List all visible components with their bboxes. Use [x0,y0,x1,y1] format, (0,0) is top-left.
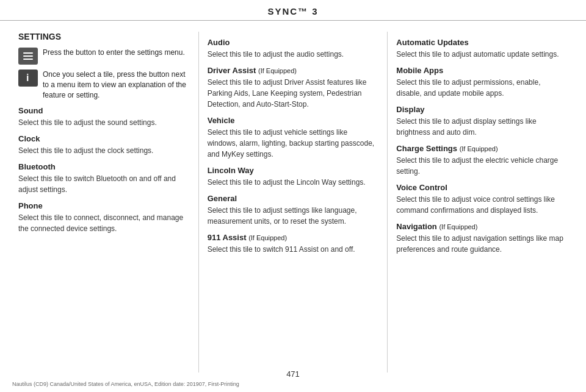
navigation-equipped: (If Equipped) [439,223,477,230]
section-audio-heading: Audio [208,38,379,47]
icon-row-settings: Press the button to enter the settings m… [18,48,190,65]
header-title: SYNC™ 3 [267,6,318,16]
svg-rect-2 [23,59,33,60]
section-voicecontrol-desc: Select this tile to adjust voice control… [396,194,568,216]
section-sound-desc: Select this tile to adjust the sound set… [18,117,190,128]
section-display-heading: Display [396,105,568,114]
svg-rect-0 [23,52,33,54]
section-display-desc: Select this tile to adjust display setti… [396,116,568,138]
section-mobileapps-desc: Select this tile to adjust permissions, … [396,77,568,99]
section-sound-heading: Sound [18,106,190,115]
page-header: SYNC™ 3 [0,0,586,21]
driverassist-equipped: (If Equipped) [258,67,297,74]
column-2: Audio Select this tile to adjust the aud… [199,32,388,372]
section-driverassist-heading: Driver Assist (If Equipped) [208,66,379,75]
info-icon: i [24,73,32,84]
section-vehicle-desc: Select this tile to adjust vehicle setti… [208,127,379,160]
section-bluetooth-heading: Bluetooth [18,162,190,171]
section-general-heading: General [208,194,379,203]
section-bluetooth-desc: Select this tile to switch Bluetooth on … [18,173,190,195]
column-1: SETTINGS Press the button to enter the s… [18,32,199,372]
section-navigation-heading: Navigation (If Equipped) [396,222,568,231]
icon-row-info: i Once you select a tile, press the butt… [18,69,190,100]
settings-icon [18,48,38,65]
section-phone-heading: Phone [18,201,190,210]
svg-text:i: i [26,73,29,83]
page-footer: 471 [0,369,586,379]
svg-rect-1 [23,55,33,57]
section-clock-desc: Select this tile to adjust the clock set… [18,145,190,156]
section-clock-heading: Clock [18,134,190,143]
settings-title: SETTINGS [18,32,190,41]
section-mobileapps-heading: Mobile Apps [396,66,568,75]
icon2-text: Once you select a tile, press the button… [43,69,190,100]
section-vehicle-heading: Vehicle [208,116,379,125]
section-chargesettings-desc: Select this tile to adjust the electric … [396,155,568,177]
section-navigation-desc: Select this tile to adjust navigation se… [396,233,568,255]
chargesettings-equipped: (If Equipped) [460,145,498,152]
section-audio-desc: Select this tile to adjust the audio set… [208,49,379,60]
menu-icon [22,51,34,61]
page-number: 471 [286,369,300,379]
column-3: Automatic Updates Select this tile to ad… [388,32,568,372]
footer-note: Nautilus (CD9) Canada/United States of A… [12,381,239,387]
section-lincolnway-heading: Lincoln Way [208,166,379,175]
section-lincolnway-desc: Select this tile to adjust the Lincoln W… [208,177,379,188]
icon1-text: Press the button to enter the settings m… [43,48,185,58]
info-icon-box: i [18,69,38,87]
section-chargesettings-heading: Charge Settings (If Equipped) [396,144,568,153]
section-autoupdates-desc: Select this tile to adjust automatic upd… [396,49,568,60]
section-voicecontrol-heading: Voice Control [396,183,568,192]
section-autoupdates-heading: Automatic Updates [396,38,568,47]
section-driverassist-desc: Select this tile to adjust Driver Assist… [208,77,379,110]
section-phone-desc: Select this tile to connect, disconnect,… [18,212,190,234]
footer-note-text: Nautilus (CD9) Canada/United States of A… [12,381,239,387]
section-911assist-desc: Select this tile to switch 911 Assist on… [208,244,379,255]
section-911assist-heading: 911 Assist (If Equipped) [208,233,379,242]
911assist-equipped: (If Equipped) [248,234,287,241]
main-content: SETTINGS Press the button to enter the s… [0,21,586,379]
section-general-desc: Select this tile to adjust settings like… [208,205,379,227]
